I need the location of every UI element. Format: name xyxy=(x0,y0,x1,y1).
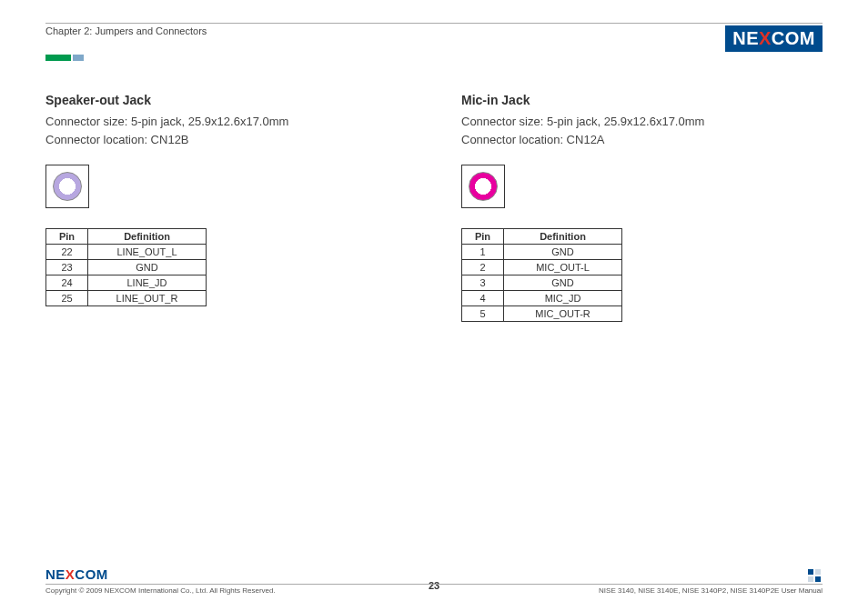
page-footer: NEXCOM Copyright © 2009 NEXCOM Internati… xyxy=(45,566,823,595)
logo-text-left: NE xyxy=(732,28,759,48)
speaker-out-table: Pin Definition 22LINE_OUT_L 23GND 24LINE… xyxy=(45,228,207,306)
audio-jack-purple-icon xyxy=(53,172,82,201)
table-row: 4MIC_JD xyxy=(462,291,622,306)
chapter-title: Chapter 2: Jumpers and Connectors xyxy=(45,25,207,36)
footer-manual: NISE 3140, NISE 3140E, NISE 3140P2, NISE… xyxy=(599,586,823,595)
table-row: 2MIC_OUT-L xyxy=(462,260,622,275)
mic-in-title: Mic-in Jack xyxy=(461,93,823,107)
content-columns: Speaker-out Jack Connector size: 5-pin j… xyxy=(45,93,823,322)
mic-in-jack-icon xyxy=(461,165,505,208)
col-pin: Pin xyxy=(46,229,88,245)
table-row: 22LINE_OUT_L xyxy=(46,245,207,260)
logo-text-right: COM xyxy=(772,28,815,48)
speaker-out-size: Connector size: 5-pin jack, 25.9x12.6x17… xyxy=(45,113,407,131)
table-row: 23GND xyxy=(46,260,207,275)
table-row: 24LINE_JD xyxy=(46,275,207,291)
table-row: 5MIC_OUT-R xyxy=(462,306,622,322)
page-header: Chapter 2: Jumpers and Connectors NEXCOM xyxy=(45,23,823,52)
mic-in-section: Mic-in Jack Connector size: 5-pin jack, … xyxy=(461,93,823,322)
footer-nexcom-logo: NEXCOM xyxy=(45,566,108,582)
header-accent-bars xyxy=(45,55,823,61)
footer-copyright: Copyright © 2009 NEXCOM International Co… xyxy=(45,586,276,595)
speaker-out-section: Speaker-out Jack Connector size: 5-pin j… xyxy=(45,93,407,322)
table-row: 3GND xyxy=(462,275,622,291)
speaker-out-loc: Connector location: CN12B xyxy=(45,131,407,149)
speaker-out-title: Speaker-out Jack xyxy=(45,93,407,107)
mic-in-size: Connector size: 5-pin jack, 25.9x12.6x17… xyxy=(461,113,823,131)
col-def: Definition xyxy=(88,229,207,245)
speaker-out-jack-icon xyxy=(45,165,89,208)
mic-in-loc: Connector location: CN12A xyxy=(461,131,823,149)
mic-in-table: Pin Definition 1GND 2MIC_OUT-L 3GND 4MIC… xyxy=(461,228,622,322)
table-row: 25LINE_OUT_R xyxy=(46,291,207,306)
nexcom-logo: NEXCOM xyxy=(725,25,823,52)
logo-text-x: X xyxy=(759,28,772,48)
audio-jack-pink-icon xyxy=(469,172,498,201)
footer-squares-icon xyxy=(808,569,823,582)
col-def: Definition xyxy=(504,229,622,245)
table-row: 1GND xyxy=(462,245,622,260)
col-pin: Pin xyxy=(462,229,504,245)
